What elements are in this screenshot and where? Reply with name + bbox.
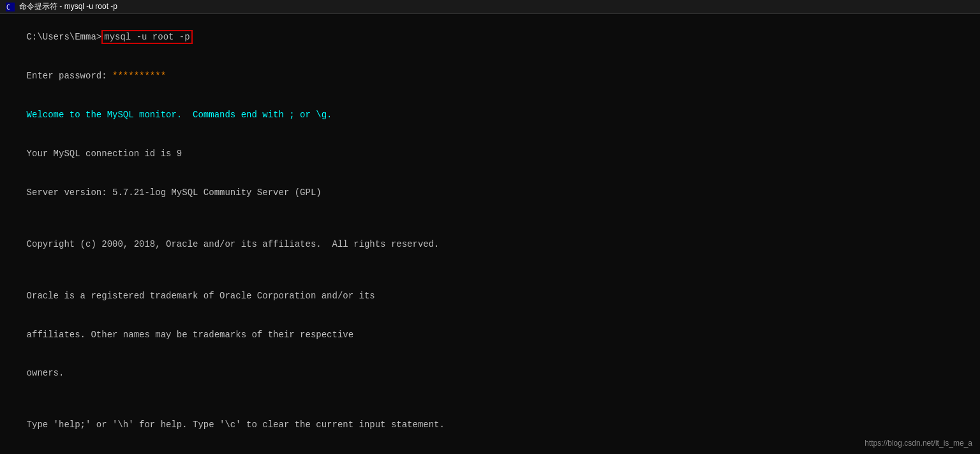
- connid-line: Your MySQL connection id is 9: [5, 135, 975, 173]
- oracle-line-1: Oracle is a registered trademark of Orac…: [5, 276, 975, 315]
- help-text: Type 'help;' or '\h' for help. Type '\c'…: [27, 420, 445, 430]
- empty-line-2: [5, 263, 975, 276]
- oracle-text-3: owners.: [27, 368, 64, 378]
- title-bar: C 命令提示符 - mysql -u root -p: [0, 0, 980, 14]
- oracle-text-1: Oracle is a registered trademark of Orac…: [27, 291, 375, 301]
- empty-line-3: [5, 393, 975, 406]
- command-line: C:\Users\Emma>mysql -u root -p: [5, 18, 975, 57]
- copyright-text: Copyright (c) 2000, 2018, Oracle and/or …: [27, 239, 440, 249]
- svg-text:C: C: [6, 4, 10, 11]
- empty-line-4: [5, 444, 975, 454]
- welcome-line: Welcome to the MySQL monitor. Commands e…: [5, 96, 975, 135]
- help-line: Type 'help;' or '\h' for help. Type '\c'…: [5, 406, 975, 444]
- copyright-line: Copyright (c) 2000, 2018, Oracle and/or …: [5, 224, 975, 263]
- watermark: https://blog.csdn.net/it_is_me_a: [865, 438, 972, 449]
- oracle-text-2: affiliates. Other names may be trademark…: [27, 330, 353, 340]
- path-text: C:\Users\Emma>: [27, 32, 102, 42]
- oracle-line-3: owners.: [5, 354, 975, 393]
- highlighted-command: mysql -u root -p: [101, 30, 192, 44]
- oracle-line-2: affiliates. Other names may be trademark…: [5, 315, 975, 354]
- password-label: Enter password:: [27, 71, 112, 81]
- empty-line-1: [5, 212, 975, 224]
- welcome-text: Welcome to the MySQL monitor. Commands e…: [27, 110, 332, 120]
- password-line: Enter password: **********: [5, 57, 975, 96]
- cmd-icon: C: [5, 2, 15, 12]
- server-line: Server version: 5.7.21-log MySQL Communi…: [5, 173, 975, 212]
- title-bar-text: 命令提示符 - mysql -u root -p: [19, 1, 117, 12]
- watermark-text: https://blog.csdn.net/it_is_me_a: [865, 439, 972, 448]
- password-value: **********: [112, 71, 166, 81]
- connid-text: Your MySQL connection id is 9: [27, 149, 182, 159]
- terminal-body[interactable]: C:\Users\Emma>mysql -u root -p Enter pas…: [0, 14, 980, 454]
- server-text: Server version: 5.7.21-log MySQL Communi…: [27, 187, 322, 198]
